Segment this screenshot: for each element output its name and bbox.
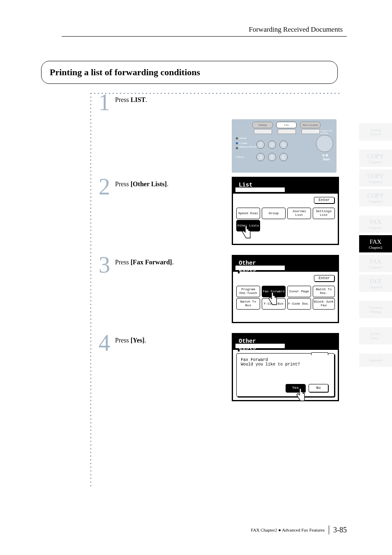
page-footer: FAX Chapter2 ● Advanced Fax Features 3-8… [251,525,347,534]
tab-getting-started[interactable]: GettingStarted [359,123,392,141]
panel-setting-button[interactable]: Setting [252,122,273,128]
chapter-tabs: GettingStarted COPYChapter1 COPYChapter2… [359,123,392,369]
lcd-block-junk[interactable]: Block Junk Fax [313,298,335,310]
section-heading-bar: Printing a list of forwarding conditions [41,61,338,84]
dialog-line2: Would you like to print? [241,362,330,367]
header-breadcrumb: Forwarding Received Documents [249,25,343,34]
section-heading: Printing a list of forwarding conditions [50,67,200,78]
tab-in-this-case[interactable]: In ThisCase... [359,327,392,345]
lcd-settings-list[interactable]: Settings List [313,208,335,219]
dotted-line-vertical [90,93,91,488]
lcd-batch-tx-box[interactable]: Batch Tx Box [236,298,260,310]
lcd-subtitle: Select item to edit. [235,344,285,348]
panel-macro-button[interactable]: Macro program [300,122,321,128]
comm-label: Comm. [239,141,248,145]
panel-lcd [254,129,272,134]
tab-fax-4[interactable]: FAXChapter4 [359,275,392,292]
step-3: 3 Press [Fax Forward]. [99,257,174,272]
step-2: 2 Press [Other Lists]. [99,179,168,194]
tab-fax-3[interactable]: FAXChapter3 [359,255,392,272]
lcd-fcode-doc[interactable]: F-Code Doc. [287,298,311,310]
reset-label: // Reset [235,155,244,159]
confirm-dialog: Fax Forward Would you like to print? Yes… [236,353,334,397]
page-number: 3-85 [333,526,347,534]
dotted-line-horizontal [90,93,341,94]
lcd-enter-button[interactable]: Enter [314,275,334,282]
step-number: 4 [99,335,110,350]
tab-common-settings[interactable]: CommonSettings [359,301,392,318]
start-icon: ◈ ◉ [322,153,328,157]
start-label: Start [323,157,330,161]
step-text: Press [Other Lists]. [115,179,168,188]
tab-copy-1[interactable]: COPYChapter1 [359,150,392,167]
lcd-speed-dial[interactable]: Speed Dial [236,208,260,219]
start-button[interactable] [316,135,333,152]
lcd-cover-page[interactable]: Cover Page [287,286,311,297]
tab-copy-2[interactable]: COPYChapter2 [359,169,392,187]
step-1: 1 Press LIST. [99,95,147,110]
tab-copy-3[interactable]: COPYChapter3 [359,189,392,206]
step-text: Press LIST. [115,95,147,104]
control-panel-illustration: Setting List Macro program Alarm Comm. M… [232,119,337,173]
step-number: 2 [99,179,110,194]
lcd-subtitle: Select item to edit. [235,187,285,192]
keypad-3[interactable]: 3 [279,141,288,149]
lcd-screen-confirm: Other Lists Select item to edit. Fax For… [232,333,337,401]
dialog-tab [311,352,328,355]
header-rule [62,36,347,37]
keypad-4[interactable]: 4 [256,153,265,161]
lcd-program-onetouch[interactable]: Program One-Touch [236,286,260,297]
lcd-batch-tx-doc[interactable]: Batch Tx Doc. [313,286,335,297]
footer-chapter: FAX Chapter2 ● Advanced Fax Features [251,527,325,532]
finger-pointer-icon [295,388,307,402]
keypad-1[interactable]: 1 [256,141,265,149]
step-number: 3 [99,257,110,272]
lcd-enter-button[interactable]: Enter [314,197,334,204]
tab-fax-1[interactable]: FAXChapter1 [359,215,392,233]
panel-list-button[interactable]: List [276,122,297,128]
tab-fax-2[interactable]: FAXChapter2 [359,235,392,252]
tab-appendix[interactable]: Appendix [359,354,392,367]
step-text: Press [Fax Forward]. [115,257,174,266]
memory-led [236,147,238,149]
step-text: Press [Yes]. [115,335,146,344]
keypad-6[interactable]: 6 [279,153,288,161]
dialog-line1: Fax Forward [241,358,330,362]
lcd-group[interactable]: Group [262,208,286,219]
keypad-2[interactable]: 2 [268,141,276,149]
alarm-led [236,137,238,139]
cancel-label: Fax Cancel /Job Confirm. [316,130,332,134]
finger-pointer-icon [267,291,279,306]
step-number: 1 [99,95,110,110]
keypad-5[interactable]: 5 [268,153,276,161]
step-4: 4 Press [Yes]. [99,335,146,350]
finger-pointer-icon [240,225,253,239]
panel-lcd [278,129,296,134]
comm-led [236,142,238,144]
lcd-subtitle: Select item to edit. [235,266,285,270]
dialog-no-button[interactable]: No [309,384,328,392]
lcd-screen-list: List Select item to edit. Enter Speed Di… [232,177,337,245]
lcd-screen-other-lists: Other Lists Select item to edit. Enter P… [232,255,337,323]
lcd-journal-list[interactable]: Journal List [287,208,311,219]
footer-separator [329,525,329,534]
alarm-label: Alarm [239,136,247,140]
memory-label: Memory Receive [239,146,259,148]
